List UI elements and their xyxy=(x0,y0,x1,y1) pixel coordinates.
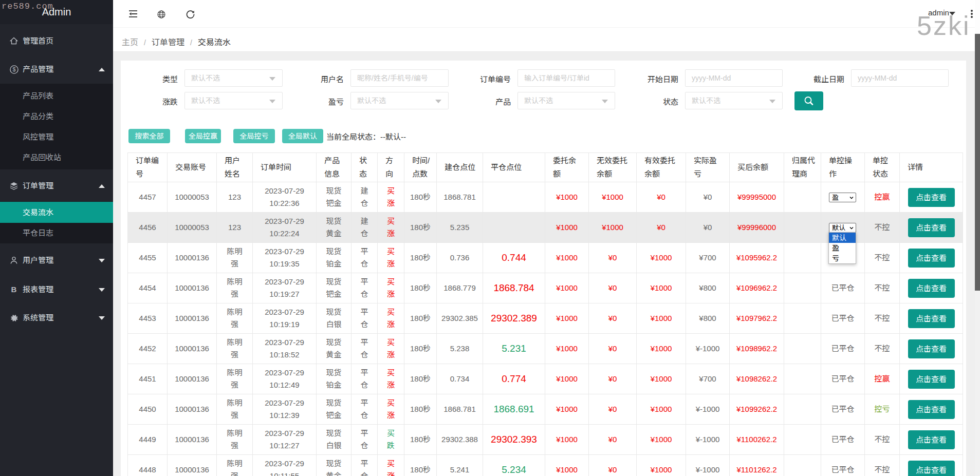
svg-text:B: B xyxy=(11,285,17,294)
svg-text:$: $ xyxy=(12,66,15,72)
